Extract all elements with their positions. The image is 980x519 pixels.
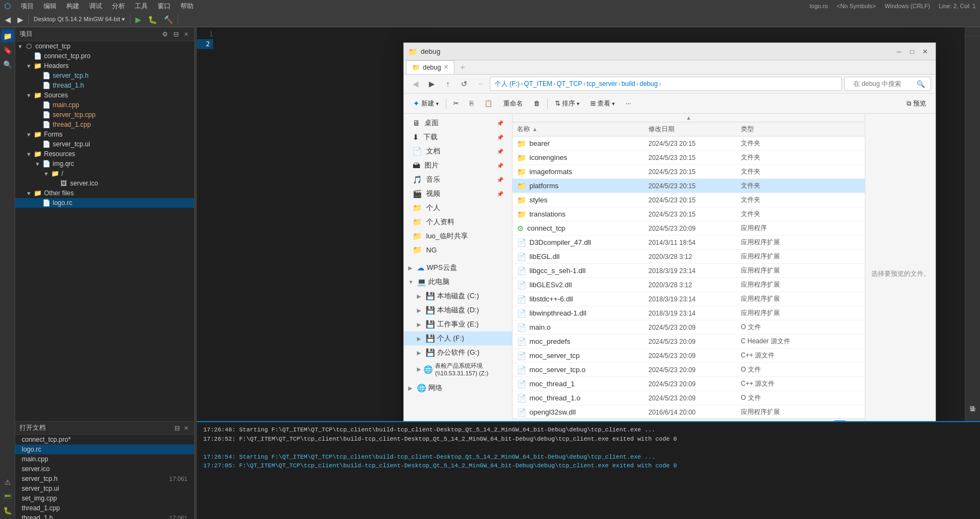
file-row-moc-server-tcp-o[interactable]: 📄 moc_server_tcp.o 2024/5/23 20:09 O 文件 <box>513 363 865 377</box>
fm-nav-docs[interactable]: 📄 文档 📌 <box>404 144 512 158</box>
fm-bc-qt-item[interactable]: QT_ITEM <box>524 80 552 88</box>
collapse-btn[interactable]: ⊟ <box>172 30 180 39</box>
tree-item-headers[interactable]: ▼ 📁 Headers <box>15 61 194 71</box>
forward-btn[interactable]: ▶ <box>15 14 26 25</box>
bookmarks-label[interactable]: 书签 <box>969 412 977 421</box>
fm-close-btn[interactable]: ✕ <box>919 46 931 58</box>
fm-paste-btn[interactable]: 📋 <box>479 96 497 111</box>
file-row-moc-thread-1-o[interactable]: 📄 moc_thread_1.o 2024/5/23 20:09 O 文件 <box>513 391 865 405</box>
file-row-imageformats[interactable]: 📁 imageformats 2024/5/23 20:15 文件夹 <box>513 165 865 179</box>
fm-add-tab-btn[interactable]: + <box>455 60 469 74</box>
menu-edit[interactable]: 编辑 <box>39 1 61 12</box>
fm-cut-btn[interactable]: ✂ <box>448 96 464 111</box>
menu-tools[interactable]: 工具 <box>130 1 152 12</box>
fm-nav-drive-z[interactable]: ▶ 🌐 表检产品系统环境 (\\10.53.31.157) (Z:) <box>404 360 512 379</box>
fm-nav-download[interactable]: ⬇ 下载 📌 <box>404 130 512 144</box>
fm-nav-drive-g[interactable]: ▶ 💾 办公软件 (G:) <box>404 345 512 360</box>
fm-list-view-btn[interactable]: ☰ <box>834 421 846 421</box>
file-row-bearer[interactable]: 📁 bearer 2024/5/23 20:15 文件夹 <box>513 137 865 151</box>
fm-nav-this-pc[interactable]: ▼ 💻 此电脑 <box>404 275 512 289</box>
file-row-moc-predefs[interactable]: 📄 moc_predefs 2024/5/23 20:09 C Header 源… <box>513 335 865 349</box>
kit-selector[interactable]: Desktop Qt 5.14.2 MinGW 64-bit ▾ <box>31 15 128 24</box>
file-row-moc-server-tcp[interactable]: 📄 moc_server_tcp 2024/5/23 20:09 C++ 源文件 <box>513 349 865 363</box>
fm-nav-drive-d[interactable]: ▶ 💾 本地磁盘 (D:) <box>404 303 512 317</box>
fm-view-btn[interactable]: ⊞ 查看 ▾ <box>585 96 620 111</box>
fm-nav-wps[interactable]: ▶ ☁ WPS云盘 <box>404 261 512 275</box>
fm-nav-network[interactable]: ▶ 🌐 网络 <box>404 381 512 395</box>
fm-search-input[interactable] <box>849 77 914 91</box>
fm-scroll-up-btn[interactable]: ▲ <box>686 114 691 122</box>
tree-item-sources[interactable]: ▼ 📁 Sources <box>15 90 194 100</box>
tree-item-main-cpp[interactable]: 📄 main.cpp <box>15 100 194 110</box>
file-row-moc-thread-1[interactable]: 📄 moc_thread_1 2024/5/23 20:09 C++ 源文件 <box>513 377 865 391</box>
debug-output-btn[interactable]: 🐛 <box>1 504 14 517</box>
fm-nav-personal[interactable]: 📁 个人 <box>404 201 512 215</box>
open-doc-server-ui[interactable]: server_tcp.ui <box>15 484 194 493</box>
tree-item-thread-h[interactable]: 📄 thread_1.h <box>15 81 194 90</box>
menu-build[interactable]: 构建 <box>62 1 84 12</box>
fm-bc-qt-tcp[interactable]: QT_TCP <box>557 80 582 88</box>
file-row-libgcc[interactable]: 📄 libgcc_s_seh-1.dll 2018/3/19 23:14 应用程… <box>513 264 865 278</box>
fm-tab-debug[interactable]: 📁 debug ✕ <box>406 60 454 74</box>
fm-delete-btn[interactable]: 🗑 <box>529 96 545 111</box>
fm-back-btn[interactable]: ◀ <box>408 77 422 91</box>
fm-refresh-btn[interactable]: ↺ <box>457 77 471 91</box>
file-row-opengl32sw[interactable]: 📄 opengl32sw.dll 2016/6/14 20:00 应用程序扩展 <box>513 405 865 418</box>
fm-tab-close[interactable]: ✕ <box>444 64 448 71</box>
debug-btn[interactable]: 🐛 <box>145 14 160 25</box>
fm-bc-tcp-server[interactable]: tcp_server <box>586 80 617 88</box>
tree-item-resources[interactable]: ▼ 📁 Resources <box>15 149 194 159</box>
tree-item-img-qrc[interactable]: ▼ 📄 img.qrc <box>15 159 194 169</box>
tree-item-logo-rc[interactable]: 📄 logo.rc <box>15 198 194 208</box>
tree-item-connect-tcp[interactable]: ▼ ⬡ connect_tcp <box>15 41 194 51</box>
open-doc-main-cpp[interactable]: main.cpp <box>15 454 194 464</box>
fm-bc-personal[interactable]: 个人 (F:) <box>495 79 520 89</box>
bookmarks-btn[interactable]: 🔖 <box>1 44 14 57</box>
open-doc-logo-rc[interactable]: logo.rc <box>15 444 194 454</box>
open-doc-thread-cpp[interactable]: thread_1.cpp <box>15 503 194 513</box>
open-docs-close[interactable]: × <box>183 424 190 432</box>
tree-item-server-cpp[interactable]: 📄 server_tcp.cpp <box>15 110 194 120</box>
fm-maximize-btn[interactable]: □ <box>906 46 918 58</box>
fm-bc-debug[interactable]: debug <box>640 80 658 88</box>
menu-help[interactable]: 帮助 <box>176 1 198 12</box>
fm-nav-drive-f[interactable]: ▶ 💾 个人 (F:) <box>404 331 512 345</box>
open-doc-server-ico[interactable]: server.ico <box>15 464 194 474</box>
fm-history-btn[interactable]: ··· <box>473 77 488 91</box>
fm-nav-desktop[interactable]: 🖥 桌面 📌 <box>404 116 512 130</box>
file-row-libwinpthread[interactable]: 📄 libwinpthread-1.dll 2018/3/19 23:14 应用… <box>513 306 865 320</box>
tree-item-server-ico[interactable]: 🖼 server.ico <box>15 178 194 188</box>
fm-copy-btn[interactable]: ⎘ <box>465 96 478 111</box>
tree-item-pro[interactable]: 📄 connect_tcp.pro <box>15 51 194 61</box>
fm-sort-btn[interactable]: ⇅ 排序 ▾ <box>550 96 584 111</box>
file-row-platforms[interactable]: 📁 platforms 2024/5/23 20:15 文件夹 <box>513 179 865 193</box>
fm-nav-luo-shared[interactable]: 📁 luo_临时共享 <box>404 229 512 243</box>
run-btn[interactable]: ▶ <box>133 14 144 25</box>
fm-nav-drive-c[interactable]: ▶ 💾 本地磁盘 (C:) <box>404 289 512 303</box>
open-doc-server-h[interactable]: server_tcp.h 17:061 <box>15 474 194 484</box>
fm-bc-build[interactable]: build <box>621 80 635 88</box>
fm-preview-toggle[interactable]: ⧉ 预览 <box>902 96 931 111</box>
outline-label[interactable]: 大纲 <box>969 27 977 36</box>
output-btn[interactable]: 📟 <box>1 490 14 503</box>
menu-project[interactable]: 项目 <box>16 1 38 12</box>
tree-item-slash[interactable]: ▼ 📁 / <box>15 169 194 178</box>
fm-grid-view-btn[interactable]: ⊞ <box>847 421 858 421</box>
tree-item-thread-cpp[interactable]: 📄 thread_1.cpp <box>15 120 194 129</box>
fm-more-btn[interactable]: ··· <box>621 96 636 111</box>
menu-window[interactable]: 窗口 <box>153 1 175 12</box>
fm-nav-music[interactable]: 🎵 音乐 📌 <box>404 172 512 187</box>
tree-item-forms[interactable]: ▼ 📁 Forms <box>15 129 194 139</box>
tree-item-server-h[interactable]: 📄 server_tcp.h <box>15 71 194 81</box>
open-doc-connect-pro[interactable]: connect_tcp.pro* <box>15 435 194 444</box>
file-row-translations[interactable]: 📁 translations 2024/5/23 20:15 文件夹 <box>513 207 865 221</box>
file-row-d3d[interactable]: 📄 D3Dcompiler_47.dll 2014/3/11 18:54 应用程… <box>513 236 865 250</box>
menu-debug[interactable]: 调试 <box>85 1 107 12</box>
menu-analyze[interactable]: 分析 <box>108 1 129 12</box>
fm-nav-drive-e[interactable]: ▶ 💾 工作事业 (E:) <box>404 317 512 331</box>
filter-btn[interactable]: ⚙ <box>160 30 170 39</box>
search-btn[interactable]: 🔍 <box>1 58 14 71</box>
file-row-libstdc[interactable]: 📄 libstdc++-6.dll 2018/3/19 23:14 应用程序扩展 <box>513 292 865 306</box>
fm-nav-pictures[interactable]: 🏔 图片 📌 <box>404 158 512 172</box>
file-row-iconengines[interactable]: 📁 iconengines 2024/5/23 20:15 文件夹 <box>513 151 865 165</box>
